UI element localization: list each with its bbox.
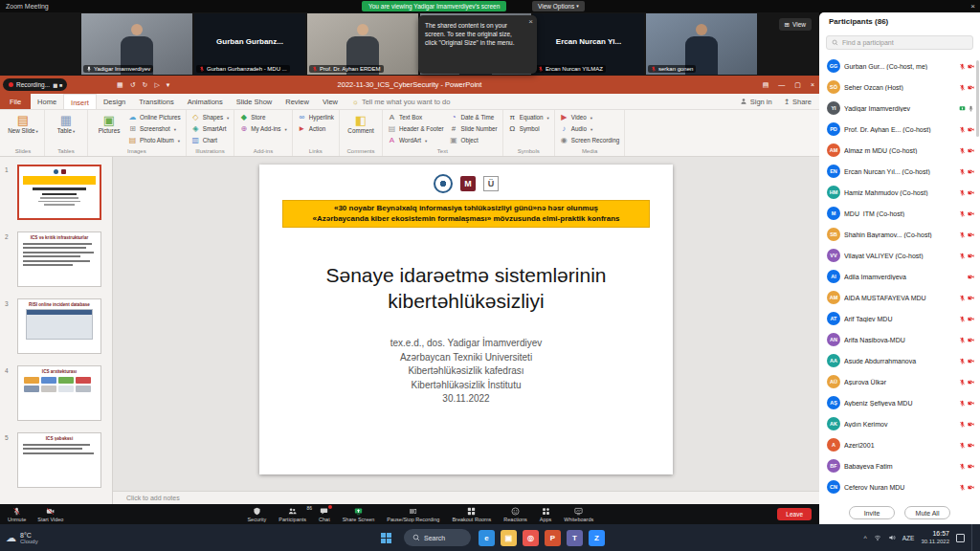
tray-chevron-icon[interactable]: ^ xyxy=(863,535,866,541)
tab-transitions[interactable]: Transitions xyxy=(132,94,180,109)
close-icon[interactable]: × xyxy=(528,17,533,26)
participant-row[interactable]: AM Almaz m MDU (Co-host) xyxy=(819,140,980,161)
conference-banner[interactable]: «30 noyabr Beynəlxalq informasiya təhlük… xyxy=(282,200,650,228)
slide-subtitle[interactable]: tex.e.d., dos. Yadigar İmamverdiyev Azər… xyxy=(259,337,673,407)
notes-area[interactable]: Click to add notes xyxy=(113,491,819,504)
participant-row[interactable]: EN Ercan Nurcan Yıl... (Co-host) xyxy=(819,161,980,182)
apps-button[interactable]: Apps xyxy=(540,507,552,522)
start-button[interactable] xyxy=(375,527,396,548)
slide-canvas[interactable]: M Ü «30 noyabr Beynəlxalq informasiya tə… xyxy=(259,165,673,474)
mute-all-button[interactable]: Mute All xyxy=(904,506,950,519)
participant-row[interactable]: A Azeri2001 xyxy=(819,434,980,455)
participant-row[interactable]: CN Ceferov Nuran MDU xyxy=(819,476,980,497)
close-icon[interactable]: × xyxy=(970,0,975,12)
tab-insert[interactable]: Insert xyxy=(63,94,97,109)
tab-home[interactable]: Home xyxy=(31,94,63,109)
ribbon-display-options-icon[interactable]: ▤ xyxy=(763,81,769,89)
tab-review[interactable]: Review xyxy=(278,94,316,109)
wifi-icon[interactable] xyxy=(874,534,881,541)
video-tile-ercan[interactable]: Ercan Nurcan YI... Ercan Nurcan YILMAZ xyxy=(533,13,644,75)
participant-row[interactable]: SÖ Seher Ozcan (Host) xyxy=(819,77,980,98)
equation-button[interactable]: π Equation ▾ xyxy=(508,112,549,123)
symbol-button[interactable]: Ω Symbol xyxy=(508,123,549,135)
zoom-icon[interactable]: Z xyxy=(589,530,605,546)
video-button[interactable]: ▶ Video ▾ xyxy=(560,112,619,123)
invite-button[interactable]: Invite xyxy=(849,506,895,519)
tab-slide-show[interactable]: Slide Show xyxy=(230,94,279,109)
taskbar-search[interactable]: Search xyxy=(404,529,471,546)
share-button[interactable]: ↥ Share xyxy=(784,98,812,106)
text-box-button[interactable]: A Text Box xyxy=(388,112,444,123)
participant-row[interactable]: AA Asude Abdurrahmanova xyxy=(819,350,980,371)
participant-row[interactable]: HM Hamiz Mahmudov (Co-host) xyxy=(819,182,980,203)
chrome-icon[interactable]: ◎ xyxy=(523,530,539,546)
action-button[interactable]: ► Action xyxy=(298,123,334,135)
video-tile-serkan[interactable]: serkan gonen xyxy=(646,13,757,75)
photo-album-button[interactable]: ▤ Photo Album ▾ xyxy=(128,135,181,146)
pause-recording-icon[interactable]: ▮▮ xyxy=(53,82,56,88)
language-indicator[interactable]: AZE xyxy=(902,535,915,541)
participant-row[interactable]: M MDU_İTM (Co-host) xyxy=(819,203,980,224)
header-footer-button[interactable]: ▤ Header & Footer xyxy=(388,123,444,135)
slide-title[interactable]: Sənaye idarəetmə sistemlərinin kibertəhl… xyxy=(259,262,673,314)
participant-row[interactable]: AT Arif Taqiev MDU xyxy=(819,308,980,329)
participant-row[interactable]: PD Prof. Dr. Ayhan E... (Co-host) xyxy=(819,119,980,140)
slide-number-button[interactable]: # Slide Number xyxy=(450,123,498,135)
slide-thumbnail-3[interactable]: RISI online incident database xyxy=(17,298,101,354)
object-button[interactable]: ▣ Object xyxy=(450,135,498,146)
close-icon[interactable]: × xyxy=(811,81,814,88)
participant-search-input[interactable]: Find a participant xyxy=(826,35,973,50)
participant-row[interactable]: GG Gurban Gur... (Co-host, me) xyxy=(819,55,980,77)
new-slide-button[interactable]: ▤ New Slide▾ xyxy=(7,112,39,135)
tell-me-box[interactable]: ☼ Tell me what you want to do xyxy=(345,94,457,109)
slide-thumbnail-1[interactable] xyxy=(17,165,101,220)
slide-thumbnail-2[interactable]: ICS və kritik infrastrukturlar xyxy=(17,231,101,287)
store-button[interactable]: ◆ Store xyxy=(239,112,286,123)
tab-design[interactable]: Design xyxy=(97,94,132,109)
screen-recording-button[interactable]: ◉ Screen Recording xyxy=(560,135,619,146)
teams-icon[interactable]: T xyxy=(567,530,583,546)
wordart-button[interactable]: A WordArt ▾ xyxy=(388,135,444,146)
my-addins-button[interactable]: ⊕ My Add-ins ▾ xyxy=(239,123,286,135)
whiteboards-button[interactable]: Whiteboards xyxy=(564,507,593,522)
participant-row[interactable]: BF Babayeva Fatim xyxy=(819,455,980,476)
view-options-button[interactable]: View Options ▾ xyxy=(532,1,585,11)
stop-recording-icon[interactable]: ■ xyxy=(59,82,61,88)
comment-button[interactable]: ◧ Comment xyxy=(345,112,377,134)
slide-thumbnail-5[interactable]: ICS şəbəkəsi xyxy=(17,432,101,488)
start-video-button[interactable]: Start Video xyxy=(37,507,63,522)
view-layout-button[interactable]: ⊞ View xyxy=(779,18,812,31)
participant-row[interactable]: AK Aydın Kerimov xyxy=(819,413,980,434)
share-screen-button[interactable]: Share Screen xyxy=(343,507,375,522)
leave-button[interactable]: Leave xyxy=(777,508,812,520)
volume-icon[interactable] xyxy=(888,534,896,541)
participants-scrollbar[interactable] xyxy=(976,60,979,137)
maximize-icon[interactable]: ▢ xyxy=(794,81,801,89)
participant-row[interactable]: AM AİDA MUSTAFAYEVA MDU xyxy=(819,287,980,308)
shapes-button[interactable]: ◇ Shapes ▾ xyxy=(191,112,230,123)
participant-row[interactable]: VV Vilayat VALIYEV (Co-host) xyxy=(819,245,980,266)
participant-row[interactable]: SB Shahin Bayramov... (Co-host) xyxy=(819,224,980,245)
video-tile-yadigar[interactable]: Yadigar Imamverdiyev xyxy=(81,13,192,75)
security-button[interactable]: Security xyxy=(247,507,266,522)
tab-view[interactable]: View xyxy=(316,94,345,109)
notifications-icon[interactable] xyxy=(956,534,965,542)
slide-thumbnail-4[interactable]: ICS arxitekturası xyxy=(17,365,101,421)
date-time-button[interactable]: ◔ Date & Time xyxy=(450,112,498,123)
unmute-button[interactable]: Unmute xyxy=(8,507,26,522)
reactions-button[interactable]: Reactions xyxy=(503,507,526,522)
online-pictures-button[interactable]: ☁ Online Pictures xyxy=(128,112,181,123)
table-button[interactable]: ▦ Table▾ xyxy=(50,112,82,135)
file-explorer-icon[interactable]: ▣ xyxy=(501,530,517,546)
recording-indicator[interactable]: Recording... ▮▮ ■ xyxy=(3,78,67,91)
sign-in-button[interactable]: Sign in xyxy=(740,98,772,106)
hyperlink-button[interactable]: ∞ Hyperlink xyxy=(298,112,334,123)
participants-button[interactable]: 86 Participants xyxy=(278,507,306,522)
tab-animations[interactable]: Animations xyxy=(181,94,230,109)
screenshot-button[interactable]: ⊞ Screenshot ▾ xyxy=(128,123,181,135)
video-tile-ayhan[interactable]: Prof. Dr. Ayhan ERDEM xyxy=(307,13,418,75)
powerpoint-icon[interactable]: P xyxy=(545,530,561,546)
smartart-button[interactable]: ◈ SmartArt xyxy=(191,123,230,135)
minimize-icon[interactable]: — xyxy=(778,81,785,88)
audio-button[interactable]: ♪ Audio ▾ xyxy=(560,123,619,135)
